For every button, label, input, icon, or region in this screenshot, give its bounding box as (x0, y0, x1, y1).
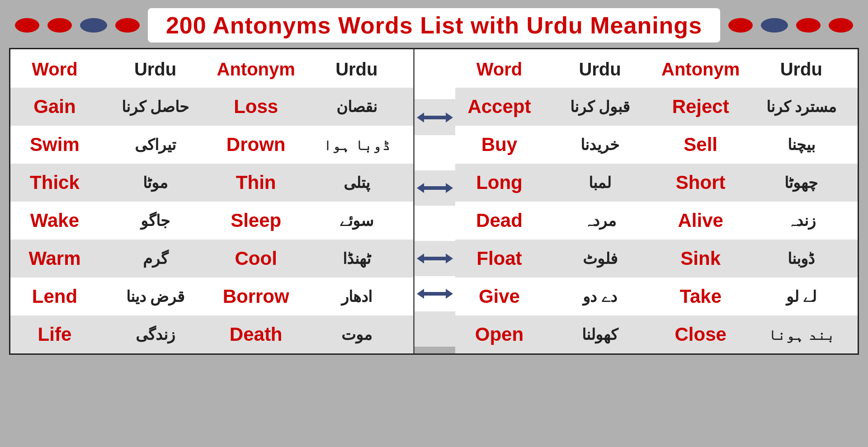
oval-red-3 (115, 18, 140, 33)
right-urdu-1: خریدنا (543, 126, 656, 164)
divider-section (415, 49, 455, 353)
arrow-row-0 (415, 100, 455, 135)
right-word-2: Long (455, 164, 544, 202)
arrow-icon-5 (417, 288, 453, 300)
svg-marker-2 (446, 113, 453, 122)
left-col-urdu2: Urdu (300, 49, 413, 88)
right-col-urdu: Urdu (543, 49, 656, 88)
svg-rect-4 (423, 186, 447, 190)
left-antonym-urdu-0: نقصان (300, 88, 413, 126)
arrow-row-4 (415, 241, 455, 276)
left-urdu-2: موٹا (99, 164, 212, 202)
right-antonym-2: Short (656, 164, 745, 202)
oval-red-4 (728, 18, 753, 33)
arrow-row-3 (415, 206, 455, 241)
right-row-6: OpenکھولناCloseبند ہونا (455, 315, 858, 353)
oval-red-6 (829, 18, 853, 33)
divider-header-spacer (415, 49, 455, 100)
left-antonym-4: Cool (212, 240, 300, 278)
left-word-1: Swim (10, 126, 99, 164)
right-antonym-3: Alive (656, 202, 745, 240)
right-row-0: Acceptقبول کرناRejectمسترد کرنا (455, 88, 858, 126)
left-row-3: WakeجاگوSleepسوئے (10, 202, 413, 240)
left-antonym-5: Borrow (212, 278, 300, 315)
right-urdu-2: لمبا (543, 164, 656, 202)
right-urdu-0: قبول کرنا (543, 88, 656, 126)
left-row-5: Lendقرض دیناBorrowادھار (10, 278, 413, 315)
left-section: Word Urdu Antonym Urdu Gainحاصل کرناLoss… (10, 49, 415, 353)
right-row-4: FloatفلوٹSinkڈوبنا (455, 240, 858, 278)
left-row-1: SwimتیراکیDrownڈوبا ہوا (10, 126, 413, 164)
left-urdu-4: گرم (99, 240, 212, 278)
svg-rect-7 (423, 257, 447, 260)
right-antonym-6: Close (656, 315, 745, 353)
arrow-icon-2 (417, 182, 453, 194)
header: 200 Antonyms Words List with Urdu Meanin… (0, 0, 868, 48)
right-col-urdu2: Urdu (745, 49, 858, 88)
header-title: 200 Antonyms Words List with Urdu Meanin… (166, 12, 702, 38)
left-antonym-urdu-6: موت (300, 315, 413, 353)
left-header-row: Word Urdu Antonym Urdu (10, 49, 413, 88)
oval-red-2 (47, 18, 72, 33)
right-antonym-4: Sink (656, 240, 745, 278)
right-row-3: DeadمردہAliveزندہ (455, 202, 858, 240)
right-antonym-urdu-5: لے لو (745, 278, 858, 315)
right-header-row: Word Urdu Antonym Urdu (455, 49, 858, 88)
right-row-2: LongلمباShortچھوٹا (455, 164, 858, 202)
left-word-6: Life (10, 315, 99, 353)
arrow-rows (415, 100, 455, 347)
arrow-icon-0 (417, 112, 453, 123)
right-urdu-3: مردہ (543, 202, 656, 240)
right-antonym-urdu-6: بند ہونا (745, 315, 858, 353)
right-word-6: Open (455, 315, 544, 353)
main-table: Word Urdu Antonym Urdu Gainحاصل کرناLoss… (9, 48, 859, 355)
left-col-urdu: Urdu (99, 49, 212, 88)
right-col-word: Word (455, 49, 544, 88)
svg-marker-3 (417, 183, 424, 193)
left-data-table: Word Urdu Antonym Urdu Gainحاصل کرناLoss… (10, 49, 413, 353)
right-word-4: Float (455, 240, 544, 278)
left-col-antonym: Antonym (212, 49, 300, 88)
right-antonym-urdu-1: بیچنا (745, 126, 858, 164)
right-antonym-urdu-2: چھوٹا (745, 164, 858, 202)
left-antonym-2: Thin (212, 164, 300, 202)
left-antonym-0: Loss (212, 88, 300, 126)
oval-red-5 (796, 18, 821, 33)
right-urdu-5: دے دو (543, 278, 656, 315)
left-urdu-0: حاصل کرنا (99, 88, 212, 126)
left-row-2: ThickموٹاThinپتلی (10, 164, 413, 202)
svg-marker-5 (446, 183, 453, 193)
right-row-5: Giveدے دوTakeلے لو (455, 278, 858, 315)
arrow-row-2 (415, 170, 455, 206)
left-row-6: LifeزندگیDeathموت (10, 315, 413, 353)
left-antonym-urdu-5: ادھار (300, 278, 413, 315)
right-antonym-1: Sell (656, 126, 745, 164)
right-word-0: Accept (455, 88, 544, 126)
svg-marker-9 (417, 289, 424, 299)
right-word-1: Buy (455, 126, 544, 164)
svg-rect-10 (423, 292, 447, 296)
right-data-table: Word Urdu Antonym Urdu Acceptقبول کرناRe… (455, 49, 858, 353)
left-antonym-urdu-4: ٹھنڈا (300, 240, 413, 278)
left-antonym-6: Death (212, 315, 300, 353)
right-word-3: Dead (455, 202, 544, 240)
left-word-0: Gain (10, 88, 99, 126)
right-col-antonym: Antonym (656, 49, 745, 88)
left-word-2: Thick (10, 164, 99, 202)
oval-red-1 (15, 18, 39, 33)
left-word-3: Wake (10, 202, 99, 240)
svg-marker-11 (446, 289, 453, 299)
left-urdu-1: تیراکی (99, 126, 212, 164)
left-word-4: Warm (10, 240, 99, 278)
svg-marker-8 (446, 254, 453, 263)
right-antonym-urdu-3: زندہ (745, 202, 858, 240)
right-antonym-urdu-0: مسترد کرنا (745, 88, 858, 126)
right-row-1: BuyخریدناSellبیچنا (455, 126, 858, 164)
arrow-row-6 (415, 311, 455, 347)
right-antonym-5: Take (656, 278, 745, 315)
left-antonym-urdu-1: ڈوبا ہوا (300, 126, 413, 164)
left-antonym-3: Sleep (212, 202, 300, 240)
arrow-row-1 (415, 135, 455, 170)
left-antonym-1: Drown (212, 126, 300, 164)
right-word-5: Give (455, 278, 544, 315)
